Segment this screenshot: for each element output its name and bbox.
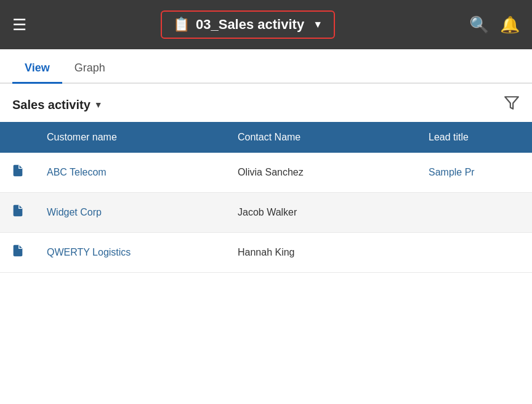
row-lead-title[interactable]: Sample Pr [417, 153, 532, 193]
row-contact-name: Olivia Sanchez [227, 153, 417, 193]
row-lead-title [417, 233, 532, 273]
col-header-contact-name: Contact Name [227, 122, 417, 153]
subheader: Sales activity ▼ [0, 84, 532, 122]
section-caret-icon: ▼ [94, 100, 103, 110]
row-doc-icon [11, 165, 25, 180]
row-icon-cell [0, 153, 36, 193]
row-icon-cell [0, 193, 36, 233]
row-doc-icon [11, 205, 25, 220]
table-header-row: Customer name Contact Name Lead title [0, 122, 532, 153]
col-header-lead-title: Lead title [417, 122, 532, 153]
section-title-dropdown[interactable]: Sales activity ▼ [12, 98, 103, 112]
app-header: ☰ 📋 03_Sales activity ▼ 🔍 🔔 [0, 0, 532, 49]
table-row: ABC Telecom Olivia Sanchez Sample Pr [0, 153, 532, 193]
svg-marker-0 [505, 97, 518, 109]
header-right: 🔍 🔔 [469, 15, 520, 34]
tab-view[interactable]: View [12, 54, 62, 84]
table-row: Widget Corp Jacob Walker [0, 193, 532, 233]
tab-bar: View Graph [0, 49, 532, 84]
data-table: Customer name Contact Name Lead title AB… [0, 122, 532, 273]
row-contact-name: Hannah King [227, 233, 417, 273]
col-header-icon [0, 122, 36, 153]
title-dropdown-button[interactable]: 📋 03_Sales activity ▼ [161, 10, 335, 39]
filter-icon[interactable] [504, 95, 520, 115]
row-lead-title [417, 193, 532, 233]
row-doc-icon [11, 245, 25, 261]
hamburger-menu-icon[interactable]: ☰ [12, 17, 26, 33]
section-title-text: Sales activity [12, 98, 91, 112]
row-contact-name: Jacob Walker [227, 193, 417, 233]
notification-bell-icon[interactable]: 🔔 [500, 15, 520, 34]
tab-graph[interactable]: Graph [62, 54, 118, 84]
row-customer-name[interactable]: QWERTY Logistics [36, 233, 227, 273]
header-left: ☰ [12, 17, 26, 33]
header-center: 📋 03_Sales activity ▼ [161, 10, 335, 39]
title-caret-icon: ▼ [313, 19, 323, 30]
table-row: QWERTY Logistics Hannah King [0, 233, 532, 273]
search-icon[interactable]: 🔍 [469, 15, 489, 34]
app-title: 03_Sales activity [196, 17, 304, 33]
document-icon: 📋 [173, 17, 190, 33]
row-customer-name[interactable]: Widget Corp [36, 193, 227, 233]
row-icon-cell [0, 233, 36, 273]
col-header-customer-name: Customer name [36, 122, 227, 153]
row-customer-name[interactable]: ABC Telecom [36, 153, 227, 193]
